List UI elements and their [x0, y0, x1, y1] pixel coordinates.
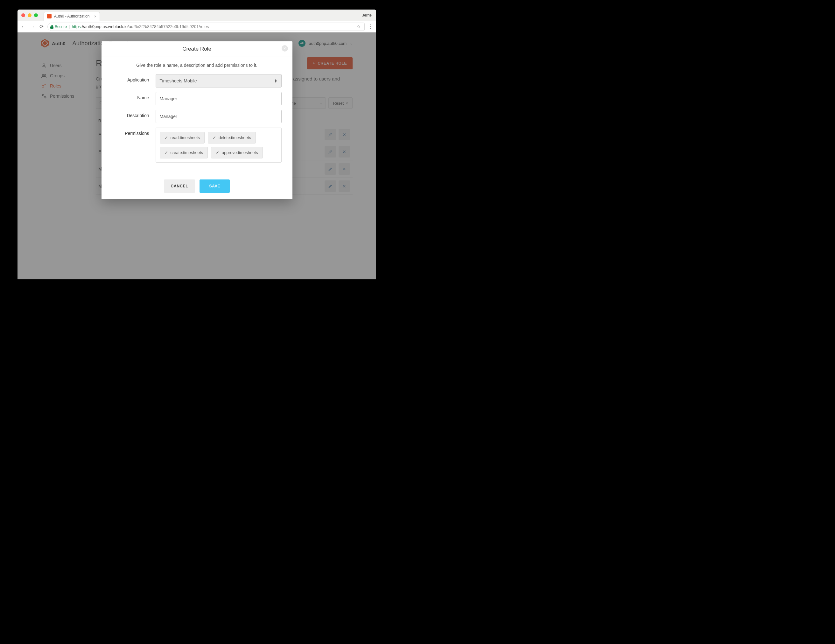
permission-chip[interactable]: ✓ create:timesheets [160, 147, 208, 159]
permission-chip[interactable]: ✓ delete:timesheets [208, 132, 256, 143]
application-label: Application [112, 74, 156, 83]
modal-header: Create Role ✕ [102, 41, 292, 57]
permissions-multiselect[interactable]: ✓ read:timesheets ✓ delete:timesheets ✓ … [156, 128, 282, 162]
permissions-label: Permissions [112, 128, 156, 136]
select-arrows-icon: ▲▼ [274, 79, 278, 83]
application-selected-value: Timesheets Mobile [160, 78, 197, 83]
cancel-button[interactable]: CANCEL [164, 180, 195, 193]
maximize-window-button[interactable] [34, 13, 38, 17]
name-label: Name [112, 92, 156, 100]
url-text: https://auth0pnp.us.webtask.io/adf6e2f2b… [71, 24, 209, 29]
browser-menu-icon[interactable]: ⋮ [368, 24, 373, 29]
create-role-modal: Create Role ✕ Give the role a name, a de… [102, 41, 292, 199]
address-bar-row: ← → ⟳ Secure | https://auth0pnp.us.webta… [18, 21, 376, 32]
titlebar: Auth0 - Authorization × Jerrie [18, 10, 376, 21]
modal-subtitle: Give the role a name, a description and … [102, 57, 292, 71]
check-icon: ✓ [216, 150, 219, 155]
role-description-input[interactable] [156, 110, 282, 123]
close-tab-icon[interactable]: × [94, 14, 96, 19]
url-input[interactable]: Secure | https://auth0pnp.us.webtask.io/… [47, 23, 365, 31]
modal-close-button[interactable]: ✕ [282, 45, 288, 52]
close-window-button[interactable] [21, 13, 25, 17]
permission-chip[interactable]: ✓ read:timesheets [160, 132, 205, 143]
save-button[interactable]: SAVE [200, 180, 230, 193]
tab-favicon [47, 14, 52, 18]
modal-footer: CANCEL SAVE [102, 175, 292, 199]
tab-title: Auth0 - Authorization [54, 14, 89, 18]
description-label: Description [112, 110, 156, 118]
browser-tab[interactable]: Auth0 - Authorization × [44, 12, 100, 21]
check-icon: ✓ [213, 135, 216, 140]
browser-window: Auth0 - Authorization × Jerrie ← → ⟳ Sec… [18, 10, 376, 279]
minimize-window-button[interactable] [28, 13, 31, 17]
window-controls [21, 13, 38, 17]
reload-icon[interactable]: ⟳ [39, 24, 44, 29]
bookmark-star-icon[interactable]: ☆ [357, 24, 361, 29]
forward-icon: → [29, 24, 35, 29]
modal-overlay: Create Role ✕ Give the role a name, a de… [18, 32, 376, 279]
modal-body: Application Timesheets Mobile ▲▼ Name [102, 71, 292, 175]
check-icon: ✓ [164, 135, 168, 140]
role-name-input[interactable] [156, 92, 282, 105]
browser-profile-name: Jerrie [362, 13, 372, 18]
modal-title: Create Role [182, 46, 211, 52]
close-icon: ✕ [283, 47, 286, 50]
check-icon: ✓ [164, 150, 168, 155]
back-icon[interactable]: ← [21, 24, 26, 29]
permission-chip[interactable]: ✓ approve:timesheets [211, 147, 263, 159]
application-select[interactable]: Timesheets Mobile ▲▼ [156, 74, 282, 88]
secure-lock-icon: Secure [50, 24, 67, 29]
